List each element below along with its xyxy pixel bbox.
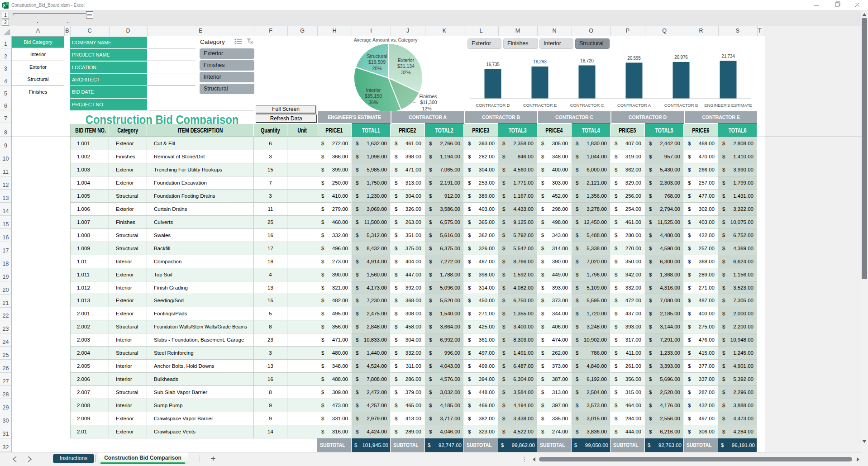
svg-text:Average Amount vs. Category: Average Amount vs. Category (353, 37, 418, 43)
svg-text:12%: 12% (422, 106, 431, 111)
svg-text:20%: 20% (372, 66, 382, 71)
svg-text:18,293: 18,293 (533, 59, 547, 64)
svg-text:$11,300: $11,300 (420, 100, 437, 105)
svg-text:16,735: 16,735 (486, 62, 500, 67)
svg-text:$19,509: $19,509 (368, 59, 386, 65)
svg-text:32%: 32% (401, 70, 410, 75)
svg-text:CONTRACTOR B: CONTRACTOR B (664, 103, 698, 108)
svg-text:CONTRACTOR E: CONTRACTOR E (523, 103, 557, 108)
svg-text:X: X (3, 3, 5, 8)
svg-text:CONTRACTOR C: CONTRACTOR C (570, 103, 604, 108)
svg-text:20,976: 20,976 (674, 55, 688, 60)
svg-text:Structural: Structural (367, 53, 387, 59)
svg-text:18,720: 18,720 (580, 58, 594, 63)
svg-text:$31,134: $31,134 (397, 63, 415, 69)
svg-text:36%: 36% (368, 100, 378, 105)
svg-text:Exterior: Exterior (398, 57, 415, 63)
svg-text:Finishes: Finishes (419, 94, 437, 99)
svg-text:$35,150: $35,150 (365, 93, 382, 99)
svg-text:ENGINEER'S ESTIMATE: ENGINEER'S ESTIMATE (704, 103, 752, 108)
svg-text:20,595: 20,595 (627, 56, 641, 61)
svg-text:CONTRACTOR D: CONTRACTOR D (476, 103, 510, 108)
svg-text:CONTRACTOR A: CONTRACTOR A (617, 103, 651, 108)
svg-text:21,734: 21,734 (721, 54, 735, 59)
svg-text:Interior: Interior (366, 87, 381, 93)
